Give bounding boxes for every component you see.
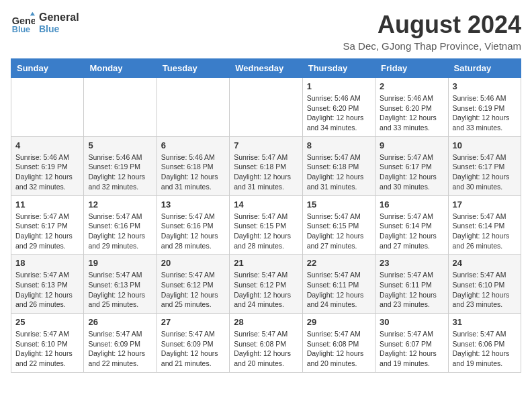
calendar-cell: 20Sunrise: 5:47 AMSunset: 6:12 PMDayligh… (157, 255, 229, 314)
day-info: Sunrise: 5:47 AMSunset: 6:18 PMDaylight:… (307, 152, 371, 192)
day-number: 23 (380, 258, 443, 268)
day-number: 14 (234, 199, 298, 210)
day-header-saturday: Saturday (448, 59, 521, 78)
logo-blue: Blue (39, 24, 79, 35)
day-info: Sunrise: 5:47 AMSunset: 6:15 PMDaylight:… (234, 212, 298, 251)
day-number: 22 (307, 258, 371, 268)
day-info: Sunrise: 5:47 AMSunset: 6:09 PMDaylight:… (88, 329, 152, 369)
day-info: Sunrise: 5:47 AMSunset: 6:09 PMDaylight:… (161, 329, 225, 369)
day-number: 30 (380, 317, 443, 327)
month-year: August 2024 (343, 11, 521, 39)
day-info: Sunrise: 5:47 AMSunset: 6:13 PMDaylight:… (88, 270, 152, 310)
day-info: Sunrise: 5:47 AMSunset: 6:17 PMDaylight:… (453, 152, 517, 192)
calendar-cell: 25Sunrise: 5:47 AMSunset: 6:10 PMDayligh… (11, 314, 84, 373)
day-number: 27 (161, 317, 225, 327)
calendar-cell: 24Sunrise: 5:47 AMSunset: 6:10 PMDayligh… (448, 255, 521, 314)
week-row-3: 11Sunrise: 5:47 AMSunset: 6:17 PMDayligh… (11, 195, 521, 255)
day-number: 17 (453, 199, 517, 210)
calendar-cell: 10Sunrise: 5:47 AMSunset: 6:17 PMDayligh… (448, 136, 521, 195)
day-number: 20 (161, 258, 225, 268)
day-info: Sunrise: 5:47 AMSunset: 6:11 PMDaylight:… (307, 270, 371, 310)
calendar-cell: 11Sunrise: 5:47 AMSunset: 6:17 PMDayligh… (11, 195, 84, 255)
calendar-cell: 23Sunrise: 5:47 AMSunset: 6:11 PMDayligh… (375, 255, 448, 314)
day-info: Sunrise: 5:47 AMSunset: 6:14 PMDaylight:… (453, 212, 517, 251)
day-info: Sunrise: 5:46 AMSunset: 6:19 PMDaylight:… (88, 152, 152, 192)
day-number: 2 (380, 81, 443, 91)
day-info: Sunrise: 5:47 AMSunset: 6:06 PMDaylight:… (453, 329, 517, 369)
svg-marker-2 (30, 12, 35, 15)
day-header-thursday: Thursday (302, 59, 375, 78)
logo: General Blue General Blue (11, 11, 79, 35)
day-number: 18 (15, 258, 79, 268)
day-info: Sunrise: 5:47 AMSunset: 6:18 PMDaylight:… (234, 152, 298, 192)
day-info: Sunrise: 5:46 AMSunset: 6:20 PMDaylight:… (307, 93, 371, 133)
calendar-cell: 16Sunrise: 5:47 AMSunset: 6:14 PMDayligh… (375, 195, 448, 255)
calendar-cell: 31Sunrise: 5:47 AMSunset: 6:06 PMDayligh… (448, 314, 521, 373)
calendar-cell: 29Sunrise: 5:47 AMSunset: 6:08 PMDayligh… (302, 314, 375, 373)
day-number: 1 (307, 81, 371, 91)
calendar-table: SundayMondayTuesdayWednesdayThursdayFrid… (11, 58, 521, 373)
day-number: 9 (380, 140, 443, 150)
day-info: Sunrise: 5:47 AMSunset: 6:10 PMDaylight:… (453, 270, 517, 310)
day-number: 24 (453, 258, 517, 268)
day-info: Sunrise: 5:47 AMSunset: 6:15 PMDaylight:… (307, 212, 371, 251)
header: General Blue General Blue August 2024 Sa… (11, 11, 521, 52)
day-number: 21 (234, 258, 298, 268)
calendar-cell: 3Sunrise: 5:46 AMSunset: 6:19 PMDaylight… (448, 78, 521, 137)
title-section: August 2024 Sa Dec, GJong Thap Province,… (343, 11, 521, 52)
day-info: Sunrise: 5:47 AMSunset: 6:11 PMDaylight:… (380, 270, 443, 310)
day-number: 28 (234, 317, 298, 327)
day-number: 12 (88, 199, 152, 210)
calendar-cell (157, 78, 229, 137)
day-info: Sunrise: 5:47 AMSunset: 6:07 PMDaylight:… (380, 329, 443, 369)
calendar-cell: 14Sunrise: 5:47 AMSunset: 6:15 PMDayligh… (230, 195, 302, 255)
week-row-1: 1Sunrise: 5:46 AMSunset: 6:20 PMDaylight… (11, 78, 521, 137)
day-header-monday: Monday (84, 59, 157, 78)
calendar-cell: 6Sunrise: 5:46 AMSunset: 6:18 PMDaylight… (157, 136, 229, 195)
calendar-cell: 22Sunrise: 5:47 AMSunset: 6:11 PMDayligh… (302, 255, 375, 314)
calendar-cell: 21Sunrise: 5:47 AMSunset: 6:12 PMDayligh… (230, 255, 302, 314)
day-info: Sunrise: 5:46 AMSunset: 6:19 PMDaylight:… (15, 152, 79, 192)
day-header-tuesday: Tuesday (157, 59, 229, 78)
day-number: 19 (88, 258, 152, 268)
day-number: 13 (161, 199, 225, 210)
day-info: Sunrise: 5:47 AMSunset: 6:10 PMDaylight:… (15, 329, 79, 369)
day-number: 25 (15, 317, 79, 327)
svg-text:Blue: Blue (12, 25, 30, 34)
day-number: 29 (307, 317, 371, 327)
day-info: Sunrise: 5:47 AMSunset: 6:16 PMDaylight:… (161, 212, 225, 251)
calendar-cell: 5Sunrise: 5:46 AMSunset: 6:19 PMDaylight… (84, 136, 157, 195)
calendar-cell (84, 78, 157, 137)
day-info: Sunrise: 5:47 AMSunset: 6:16 PMDaylight:… (88, 212, 152, 251)
week-row-5: 25Sunrise: 5:47 AMSunset: 6:10 PMDayligh… (11, 314, 521, 373)
week-row-2: 4Sunrise: 5:46 AMSunset: 6:19 PMDaylight… (11, 136, 521, 195)
calendar-cell: 26Sunrise: 5:47 AMSunset: 6:09 PMDayligh… (84, 314, 157, 373)
day-info: Sunrise: 5:46 AMSunset: 6:18 PMDaylight:… (161, 152, 225, 192)
day-number: 6 (161, 140, 225, 150)
location: Sa Dec, GJong Thap Province, Vietnam (343, 40, 521, 52)
calendar-cell: 30Sunrise: 5:47 AMSunset: 6:07 PMDayligh… (375, 314, 448, 373)
calendar-cell: 9Sunrise: 5:47 AMSunset: 6:17 PMDaylight… (375, 136, 448, 195)
calendar-cell (11, 78, 84, 137)
calendar-cell: 1Sunrise: 5:46 AMSunset: 6:20 PMDaylight… (302, 78, 375, 137)
calendar-cell: 8Sunrise: 5:47 AMSunset: 6:18 PMDaylight… (302, 136, 375, 195)
day-info: Sunrise: 5:47 AMSunset: 6:13 PMDaylight:… (15, 270, 79, 310)
calendar-cell (230, 78, 302, 137)
day-number: 11 (15, 199, 79, 210)
day-info: Sunrise: 5:47 AMSunset: 6:08 PMDaylight:… (307, 329, 371, 369)
calendar-cell: 27Sunrise: 5:47 AMSunset: 6:09 PMDayligh… (157, 314, 229, 373)
calendar-cell: 13Sunrise: 5:47 AMSunset: 6:16 PMDayligh… (157, 195, 229, 255)
day-number: 15 (307, 199, 371, 210)
calendar-cell: 18Sunrise: 5:47 AMSunset: 6:13 PMDayligh… (11, 255, 84, 314)
calendar-cell: 19Sunrise: 5:47 AMSunset: 6:13 PMDayligh… (84, 255, 157, 314)
svg-text:General: General (12, 15, 35, 26)
calendar-cell: 17Sunrise: 5:47 AMSunset: 6:14 PMDayligh… (448, 195, 521, 255)
day-number: 26 (88, 317, 152, 327)
day-info: Sunrise: 5:47 AMSunset: 6:12 PMDaylight:… (234, 270, 298, 310)
calendar-cell: 2Sunrise: 5:46 AMSunset: 6:20 PMDaylight… (375, 78, 448, 137)
calendar-cell: 4Sunrise: 5:46 AMSunset: 6:19 PMDaylight… (11, 136, 84, 195)
day-number: 4 (15, 140, 79, 150)
day-info: Sunrise: 5:47 AMSunset: 6:17 PMDaylight:… (15, 212, 79, 251)
day-info: Sunrise: 5:47 AMSunset: 6:12 PMDaylight:… (161, 270, 225, 310)
day-info: Sunrise: 5:47 AMSunset: 6:17 PMDaylight:… (380, 152, 443, 192)
